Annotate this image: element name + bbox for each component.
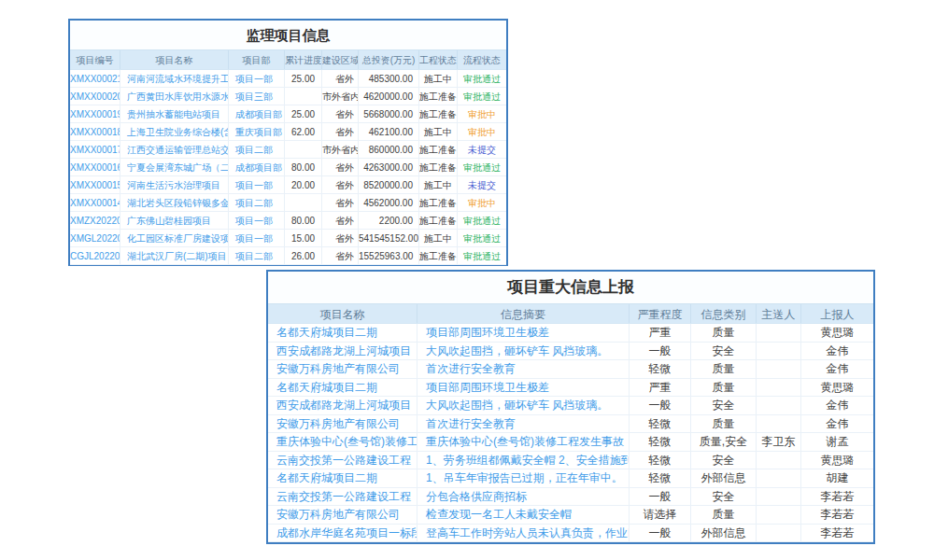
summary-link[interactable]: 项目部周围环境卫生极差 <box>417 379 630 397</box>
project-name-link[interactable]: 宁夏会展湾东城广场（二期）工程 <box>120 159 229 175</box>
work-state-value: 施工准备 <box>419 194 458 211</box>
project-id-link[interactable]: CGJL202205... <box>70 247 120 264</box>
project-name-link[interactable]: 广东佛山碧桂园项目 <box>120 212 229 229</box>
supervision-project-table: 监理项目信息 项目编号 项目名称 项目部 累计进度 建设区域 总投资(万元) 工… <box>68 19 508 266</box>
summary-link[interactable]: 项目部周围环境卫生极差 <box>417 324 630 342</box>
category-value: 安全 <box>691 343 757 360</box>
flow-state-badge: 审批通过 <box>458 230 506 246</box>
project-name-link[interactable]: 湖北武汉厂房(二期)项目 <box>120 247 229 264</box>
progress-value: 80.00 <box>285 212 322 229</box>
project-dept-link[interactable]: 重庆项目部 <box>229 123 285 140</box>
project-dept-link[interactable]: 项目三部 <box>229 88 285 105</box>
severity-value: 一般 <box>630 525 691 542</box>
project-dept-link[interactable]: 项目二部 <box>229 141 285 158</box>
project-name-link[interactable]: 成都水岸华庭名苑项目一标段 <box>268 525 417 542</box>
project-name-link[interactable]: 云南交投第一公路建设工程 <box>268 452 417 469</box>
recipient-value <box>757 360 801 378</box>
summary-link[interactable]: 登高车工作时旁站人员未认真负责，作业区域缺乏警示标 <box>417 525 630 542</box>
summary-link[interactable]: 大风吹起围挡，砸坏铲车 风挡玻璃。 <box>417 343 630 360</box>
project-name-link[interactable]: 安徽万科房地产有限公司 <box>268 415 417 433</box>
project-name-link[interactable]: 西安成都路龙湖上河城项目 <box>268 343 417 360</box>
project-name-link[interactable]: 江西交通运输管理总站交通枢纽及... <box>120 141 229 158</box>
column-header-category: 信息类别 <box>691 304 757 323</box>
table-row: XMXX00020 广西黄田水库饮用水源水质保护项目 项目三部 市外省内 462… <box>70 88 506 105</box>
progress-value: 80.00 <box>285 159 322 175</box>
project-name-link[interactable]: 贵州抽水蓄能电站项目 <box>120 105 229 122</box>
summary-link[interactable]: 首次进行安全教育 <box>417 415 630 433</box>
project-dept-link[interactable]: 项目一部 <box>229 176 285 193</box>
project-dept-link[interactable]: 成都项目部 <box>229 159 285 175</box>
project-dept-link[interactable]: 项目二部 <box>229 194 285 211</box>
project-id-link[interactable]: XMXX00017 <box>70 141 120 158</box>
project-name-link[interactable]: 重庆体验中心(叁号馆)装修工程 <box>268 433 417 451</box>
project-dept-link[interactable]: 项目一部 <box>229 70 285 87</box>
project-name-link[interactable]: 河南河流域水环境提升工程 <box>120 70 229 87</box>
category-value: 质量 <box>691 506 757 524</box>
recipient-value <box>757 415 801 433</box>
summary-link[interactable]: 检查发现一名工人未戴安全帽 <box>417 506 630 524</box>
severity-value: 轻微 <box>630 469 691 487</box>
project-dept-link[interactable]: 项目二部 <box>229 247 285 264</box>
project-name-link[interactable]: 西安成都路龙湖上河城项目 <box>268 397 417 414</box>
table-row: 名都天府城项目二期 项目部周围环境卫生极差 严重 质量 黄思璐 <box>268 324 873 343</box>
investment-value: 541545152.00 <box>359 230 419 246</box>
flow-state-badge: 审批中 <box>458 105 506 122</box>
supervision-table-header: 项目编号 项目名称 项目部 累计进度 建设区域 总投资(万元) 工程状态 流程状… <box>70 49 506 70</box>
project-id-link[interactable]: XMXX00020 <box>70 88 120 105</box>
project-id-link[interactable]: XMZX20220... <box>70 212 120 229</box>
project-name-link[interactable]: 名都天府城项目二期 <box>268 324 417 342</box>
project-id-link[interactable]: XMXX00019 <box>70 105 120 122</box>
project-name-link[interactable]: 安徽万科房地产有限公司 <box>268 360 417 378</box>
project-name-link[interactable]: 名都天府城项目二期 <box>268 379 417 397</box>
region-value: 省外 <box>322 212 359 229</box>
region-value: 省外 <box>322 70 359 87</box>
project-name-link[interactable]: 化工园区标准厂房建设项目一期项目 <box>120 230 229 246</box>
project-dept-link[interactable]: 项目一部 <box>229 230 285 246</box>
progress-value: 26.00 <box>285 247 322 264</box>
table-row: 安徽万科房地产有限公司 检查发现一名工人未戴安全帽 请选择 质量 李若若 <box>268 506 873 525</box>
supervision-table-title: 监理项目信息 <box>70 21 506 49</box>
table-row: 西安成都路龙湖上河城项目 大风吹起围挡，砸坏铲车 风挡玻璃。 一般 安全 金伟 <box>268 343 873 361</box>
summary-link[interactable]: 1、吊车年审报告已过期，正在年审中。 <box>417 469 630 487</box>
major-info-table-body: 名都天府城项目二期 项目部周围环境卫生极差 严重 质量 黄思璐 西安成都路龙湖上… <box>268 324 873 542</box>
flow-state-badge: 审批通过 <box>458 88 506 105</box>
project-name-link[interactable]: 云南交投第一公路建设工程 <box>268 488 417 506</box>
project-id-link[interactable]: XMXX00015 <box>70 176 120 193</box>
summary-link[interactable]: 大风吹起围挡，砸坏铲车 风挡玻璃。 <box>417 397 630 414</box>
project-name-link[interactable]: 名都天府城项目二期 <box>268 469 417 487</box>
project-dept-link[interactable]: 成都项目部 <box>229 105 285 122</box>
column-header-project-id: 项目编号 <box>70 50 120 69</box>
project-name-link[interactable]: 湖北岩头区段铅锌银多金属矿开采... <box>120 194 229 211</box>
region-value: 省外 <box>322 247 359 264</box>
project-name-link[interactable]: 上海卫生院业务综合楼(含业务用... <box>120 123 229 140</box>
work-state-value: 施工中 <box>419 176 458 193</box>
reporter-value: 黄思璐 <box>801 379 873 397</box>
project-name-link[interactable]: 安徽万科房地产有限公司 <box>268 506 417 524</box>
project-id-link[interactable]: XMGL20220... <box>70 230 120 246</box>
reporter-value: 金伟 <box>801 343 873 360</box>
project-name-link[interactable]: 河南生活污水治理项目 <box>120 176 229 193</box>
recipient-value <box>757 452 801 469</box>
project-id-link[interactable]: XMXX00021 <box>70 70 120 87</box>
summary-link[interactable]: 重庆体验中心(叁号馆)装修工程发生事故 <box>417 433 630 451</box>
summary-link[interactable]: 分包合格供应商招标 <box>417 488 630 506</box>
project-id-link[interactable]: XMXX00014 <box>70 194 120 211</box>
table-row: XMXX00019 贵州抽水蓄能电站项目 成都项目部 25.00 省外 5668… <box>70 105 506 123</box>
summary-link[interactable]: 1、劳务班组都佩戴安全帽 2、安全措施到位 <box>417 452 630 469</box>
flow-state-badge: 审批中 <box>458 123 506 140</box>
region-value: 市外省内 <box>322 88 359 105</box>
project-id-link[interactable]: XMXX00018 <box>70 123 120 140</box>
investment-value: 2200.00 <box>359 212 419 229</box>
region-value: 省外 <box>322 230 359 246</box>
region-value: 省外 <box>322 176 359 193</box>
project-name-link[interactable]: 广西黄田水库饮用水源水质保护项目 <box>120 88 229 105</box>
column-header-severity: 严重程度 <box>630 304 691 323</box>
recipient-value: 李卫东 <box>757 433 801 451</box>
recipient-value <box>757 506 801 524</box>
table-row: 重庆体验中心(叁号馆)装修工程 重庆体验中心(叁号馆)装修工程发生事故 轻微 质… <box>268 433 873 452</box>
severity-value: 轻微 <box>630 452 691 469</box>
summary-link[interactable]: 首次进行安全教育 <box>417 360 630 378</box>
flow-state-badge: 审批通过 <box>458 247 506 264</box>
project-dept-link[interactable]: 项目一部 <box>229 212 285 229</box>
project-id-link[interactable]: XMXX00016 <box>70 159 120 175</box>
